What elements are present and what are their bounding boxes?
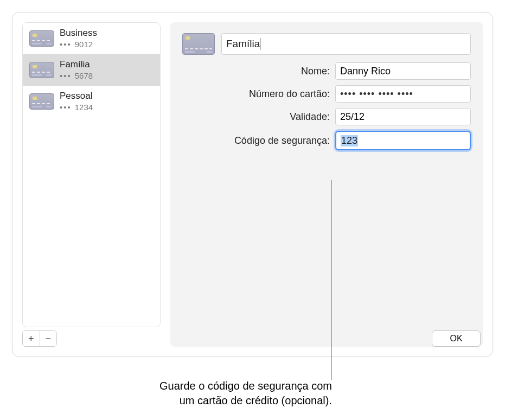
sidebar: Business ••• 9012 Família ••• (22, 22, 161, 347)
list-item-business[interactable]: Business ••• 9012 (23, 23, 160, 54)
add-remove-group: + − (22, 330, 57, 347)
list-item-title: Business (60, 27, 97, 39)
text-cursor (260, 38, 260, 50)
list-item-sub: ••• 5678 (60, 71, 93, 81)
list-item-title: Família (60, 59, 93, 70)
ok-button[interactable]: OK (432, 330, 481, 347)
label-name: Nome: (221, 66, 330, 77)
cardholder-name-input[interactable] (335, 62, 471, 80)
label-expiry: Validade: (221, 111, 330, 123)
credit-card-icon (29, 30, 54, 47)
list-item-sub: ••• 1234 (60, 103, 93, 113)
label-number: Número do cartão: (221, 88, 330, 100)
card-label-input[interactable]: Família (221, 33, 471, 55)
list-item-familia[interactable]: Família ••• 5678 (23, 54, 160, 86)
add-card-button[interactable]: + (23, 331, 40, 346)
remove-card-button[interactable]: − (40, 331, 57, 346)
credit-card-icon (29, 62, 54, 78)
card-number-input[interactable]: •••• •••• •••• •••• (335, 85, 471, 103)
list-item-title: Pessoal (60, 90, 93, 101)
list-item-pessoal[interactable]: Pessoal ••• 1234 (23, 86, 160, 117)
security-code-input[interactable]: 123 (335, 131, 471, 150)
credit-card-icon (29, 93, 54, 110)
list-item-sub: ••• 9012 (60, 40, 97, 50)
card-list: Business ••• 9012 Família ••• (22, 22, 161, 327)
credit-card-icon (182, 33, 215, 55)
card-form: Nome: Número do cartão: •••• •••• •••• •… (221, 62, 471, 150)
callout-text: Guarde o código de segurança com um cart… (54, 379, 332, 408)
expiry-input[interactable] (335, 108, 471, 125)
card-detail-panel: Família Nome: Número do cartão: •••• •••… (170, 22, 483, 347)
card-title-row: Família (182, 33, 471, 55)
callout-leader-line (331, 180, 331, 380)
label-cvv: Código de segurança: (221, 135, 330, 147)
autofill-cards-window: Business ••• 9012 Família ••• (12, 12, 493, 357)
